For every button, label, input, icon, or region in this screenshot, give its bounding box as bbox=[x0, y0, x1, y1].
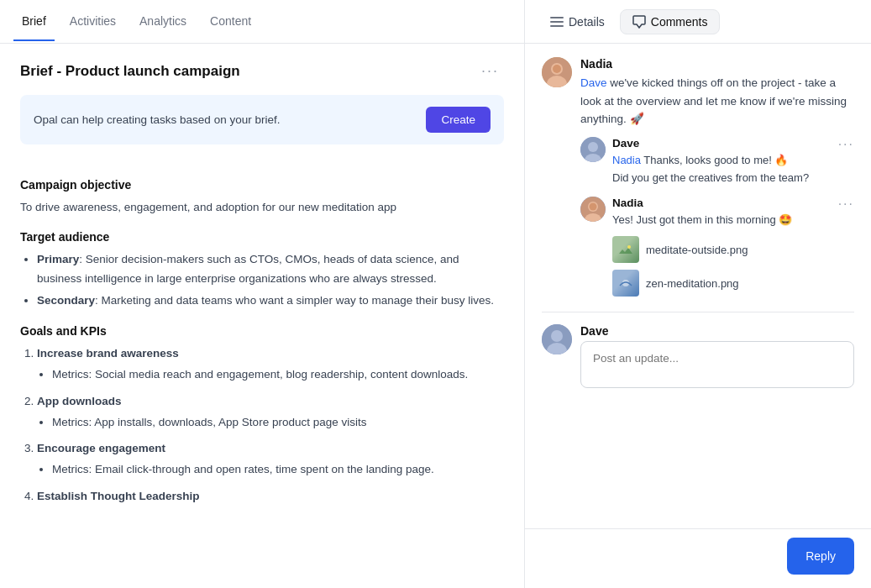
nadia2-comment-header: Nadia ··· bbox=[612, 197, 854, 212]
nadia-message-text: we've kicked things off on the project -… bbox=[580, 76, 847, 125]
avatar-nadia-top bbox=[542, 57, 572, 87]
attachment-thumb-2 bbox=[612, 270, 639, 297]
nadia2-comment-row: Nadia ··· Yes! Just got them in this mor… bbox=[580, 197, 854, 300]
nadia2-more-button[interactable]: ··· bbox=[838, 197, 854, 212]
dave-message2: Did you get the creatives from the team? bbox=[612, 171, 809, 184]
goal2-label: App downloads bbox=[37, 395, 122, 407]
svg-point-8 bbox=[588, 142, 598, 152]
primary-audience: Primary: Senior decision-makers such as … bbox=[37, 250, 504, 289]
target-audience-heading: Target audience bbox=[20, 230, 504, 244]
right-header: Details Comments bbox=[525, 0, 871, 44]
comments-label: Comments bbox=[651, 15, 708, 29]
reply-input[interactable] bbox=[580, 341, 854, 388]
goal-2: App downloads Metrics: App installs, dow… bbox=[37, 392, 504, 432]
goals-list: Increase brand awareness Metrics: Social… bbox=[20, 344, 504, 507]
brief-body: Campaign objective To drive awareness, e… bbox=[20, 161, 504, 518]
tab-brief[interactable]: Brief bbox=[13, 3, 55, 41]
goal1-metrics-list: Metrics: Social media reach and engageme… bbox=[37, 365, 504, 384]
right-panel: Details Comments bbox=[525, 0, 871, 588]
goal-1: Increase brand awareness Metrics: Social… bbox=[37, 344, 504, 384]
svg-rect-2 bbox=[550, 25, 564, 27]
tab-content[interactable]: Content bbox=[202, 3, 260, 41]
tab-bar: Brief Activities Analytics Content bbox=[0, 0, 524, 44]
dave-comment-row: Dave ··· Nadia Thanks, looks good to me!… bbox=[580, 137, 854, 187]
attachment-1[interactable]: meditate-outside.png bbox=[612, 236, 854, 263]
avatar-dave-bottom bbox=[542, 324, 572, 354]
ai-banner-text: Opal can help creating tasks based on yo… bbox=[34, 113, 280, 126]
dave-more-button[interactable]: ··· bbox=[838, 137, 854, 152]
comment-body-nadia-top: Nadia Dave we've kicked things off on th… bbox=[580, 57, 854, 129]
tab-analytics[interactable]: Analytics bbox=[131, 3, 195, 41]
goal-4: Establish Thought Leadership bbox=[37, 487, 504, 507]
goal2-metrics: Metrics: App installs, downloads, App St… bbox=[52, 413, 504, 432]
avatar-nadia2 bbox=[580, 197, 606, 222]
target-audience-list: Primary: Senior decision-makers such as … bbox=[20, 250, 504, 312]
comment-dave-bottom: Dave bbox=[542, 324, 854, 391]
goal3-label: Encourage engagement bbox=[37, 442, 165, 454]
goal3-metrics: Metrics: Email click-through and open ra… bbox=[52, 460, 504, 479]
brief-header: Brief - Product launch campaign ··· bbox=[20, 60, 504, 81]
svg-point-17 bbox=[551, 330, 563, 342]
attachment-thumb-1 bbox=[612, 236, 639, 263]
campaign-objective-text: To drive awareness, engagement, and adop… bbox=[20, 198, 504, 217]
create-tasks-button[interactable]: Create bbox=[426, 107, 491, 133]
comments-divider bbox=[542, 312, 854, 312]
dave-comment-body: Dave ··· Nadia Thanks, looks good to me!… bbox=[612, 137, 854, 187]
avatar-dave-nested bbox=[580, 137, 606, 162]
attachment-thumb-inner-2 bbox=[612, 270, 639, 297]
nadia2-name: Nadia bbox=[612, 197, 643, 209]
goal2-metrics-list: Metrics: App installs, downloads, App St… bbox=[37, 413, 504, 432]
attachment-name-2: zen-meditation.png bbox=[646, 277, 739, 290]
nadia-mention: Dave bbox=[580, 76, 607, 89]
goal1-metrics: Metrics: Social media reach and engageme… bbox=[52, 365, 504, 384]
goal-3: Encourage engagement Metrics: Email clic… bbox=[37, 439, 504, 479]
comments-button[interactable]: Comments bbox=[620, 9, 721, 34]
svg-point-13 bbox=[590, 203, 597, 211]
comment-nadia-top: Nadia Dave we've kicked things off on th… bbox=[542, 57, 854, 129]
goal3-metrics-list: Metrics: Email click-through and open ra… bbox=[37, 460, 504, 479]
left-panel: Brief Activities Analytics Content Brief… bbox=[0, 0, 525, 588]
dave-message-text: Nadia Thanks, looks good to me! 🔥 Did yo… bbox=[612, 152, 854, 187]
nadia2-message: Yes! Just got them in this morning 🤩 bbox=[612, 212, 854, 229]
attachment-2[interactable]: zen-meditation.png bbox=[612, 270, 854, 297]
brief-more-button[interactable]: ··· bbox=[476, 60, 504, 81]
primary-text: : Senior decision-makers such as CTOs, C… bbox=[37, 253, 459, 285]
svg-rect-0 bbox=[550, 17, 564, 18]
svg-rect-1 bbox=[550, 21, 564, 23]
secondary-text: : Marketing and data teams who want a si… bbox=[95, 294, 494, 307]
comments-icon bbox=[632, 15, 646, 29]
dave-message1: Thanks, looks good to me! 🔥 bbox=[641, 154, 788, 166]
secondary-audience: Secondary: Marketing and data teams who … bbox=[37, 291, 504, 311]
nested-comment-nadia2: Nadia ··· Yes! Just got them in this mor… bbox=[580, 197, 854, 300]
brief-title: Brief - Product launch campaign bbox=[20, 63, 240, 80]
svg-point-6 bbox=[553, 65, 561, 73]
nadia-name-top: Nadia bbox=[580, 57, 854, 71]
nadia2-comment-body: Nadia ··· Yes! Just got them in this mor… bbox=[612, 197, 854, 300]
reply-button[interactable]: Reply bbox=[787, 538, 854, 575]
attachment-thumb-inner-1 bbox=[612, 236, 639, 263]
details-label: Details bbox=[569, 15, 605, 29]
goals-heading: Goals and KPIs bbox=[20, 324, 504, 338]
nested-comment-dave: Dave ··· Nadia Thanks, looks good to me!… bbox=[580, 137, 854, 187]
dave-mention: Nadia bbox=[612, 154, 641, 166]
svg-point-14 bbox=[627, 245, 631, 249]
attachment-name-1: meditate-outside.png bbox=[646, 244, 748, 256]
details-icon bbox=[550, 17, 564, 27]
dave-comment-header: Dave ··· bbox=[612, 137, 854, 152]
dave-name-nested: Dave bbox=[612, 137, 639, 150]
secondary-label: Secondary bbox=[37, 294, 95, 307]
goal1-label: Increase brand awareness bbox=[37, 347, 179, 360]
tab-activities[interactable]: Activities bbox=[61, 3, 124, 41]
reply-section: Reply bbox=[525, 528, 871, 588]
comments-section: Nadia Dave we've kicked things off on th… bbox=[525, 44, 871, 528]
left-content: Brief - Product launch campaign ··· Opal… bbox=[0, 44, 524, 588]
campaign-objective-heading: Campaign objective bbox=[20, 178, 504, 192]
details-button[interactable]: Details bbox=[542, 10, 613, 34]
dave-bottom-name: Dave bbox=[580, 324, 854, 338]
ai-banner: Opal can help creating tasks based on yo… bbox=[20, 95, 504, 144]
primary-label: Primary bbox=[37, 253, 79, 265]
goal4-label: Establish Thought Leadership bbox=[37, 490, 200, 502]
dave-bottom-body: Dave bbox=[580, 324, 854, 391]
nadia-message-top: Dave we've kicked things off on the proj… bbox=[580, 74, 854, 129]
